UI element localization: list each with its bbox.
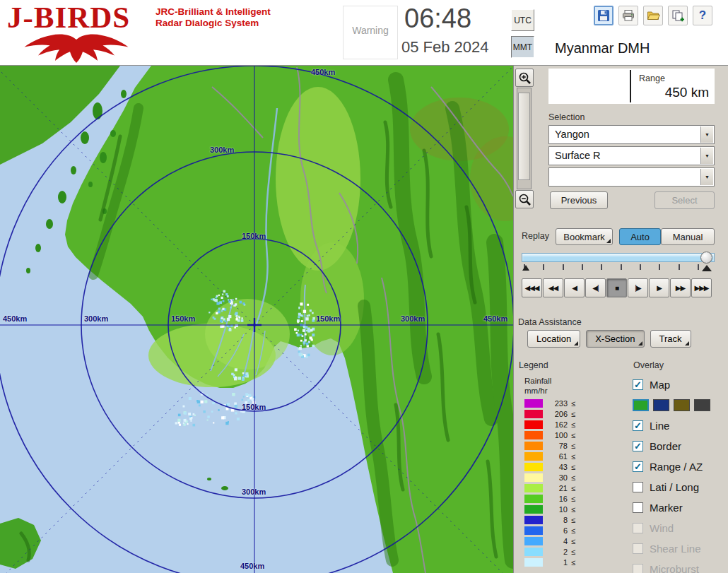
previous-button[interactable]: Previous [550,191,608,209]
playback-rewind-fast-button[interactable]: ◀◀◀ [522,278,542,297]
legend-value: 61 [549,452,568,461]
overlay-label: Wind [650,522,674,534]
timeline-ticks [524,264,698,271]
legend-color-swatch [524,484,543,492]
range-ring-label: 150km [316,314,340,323]
checkbox-map[interactable]: ✓ [633,379,643,390]
data-assistance-buttons: LocationX-SectionTrack [527,330,697,348]
mmt-button[interactable]: MMT [511,36,534,58]
timeline-track[interactable] [522,253,715,262]
chevron-down-icon[interactable]: ▼ [700,126,713,143]
playback-controls: ◀◀◀◀◀◀◀|■|▶▶▶▶▶▶▶ [522,278,712,297]
overlay-item-map[interactable]: ✓Map [633,374,726,395]
legend-entry: 10≤ [524,504,575,514]
checkbox-line[interactable]: ✓ [633,420,643,431]
site-dropdown[interactable]: Yangon ▼ [548,125,715,144]
x-section-button[interactable]: X-Section [586,330,644,348]
legend-scale: 233≤206≤162≤100≤78≤61≤43≤30≤21≤16≤10≤8≤6… [524,398,575,567]
map-svg [0,66,513,573]
chevron-down-icon[interactable]: ▼ [700,169,713,185]
legend-lte-symbol: ≤ [571,420,575,429]
radar-map[interactable]: 450km300km150km450km300km150km150km300km… [0,66,513,573]
overlay-item-marker[interactable]: Marker [633,497,726,518]
map-color-swatch-0[interactable] [633,399,649,411]
utc-button[interactable]: UTC [511,9,534,31]
legend-entry: 61≤ [524,451,575,461]
playback-step-back-button[interactable]: ◀| [585,278,606,297]
replay-label: Replay [522,231,549,241]
timeline-tick [640,264,641,270]
legend-lte-symbol: ≤ [571,516,575,524]
select-button[interactable]: Select [654,191,715,209]
playback-stop-button[interactable]: ■ [606,278,627,297]
timeline-tick [582,264,583,270]
legend-title: Legend [519,360,548,370]
track-button[interactable]: Track [650,330,691,348]
checkbox-shear-line [633,543,643,554]
auto-mode-button[interactable]: Auto [619,228,661,245]
logo-tagline: JRC-Brilliant & Intelligent Radar Dialog… [155,6,271,29]
zoom-out-button[interactable] [515,190,534,208]
legend-lte-symbol: ≤ [571,399,575,408]
save-button[interactable] [594,6,613,25]
zoom-in-button[interactable] [515,69,534,87]
legend-lte-symbol: ≤ [571,463,575,471]
product-dropdown[interactable]: Surface R ▼ [548,146,715,165]
open-folder-button[interactable] [643,6,663,25]
timeline-thumb[interactable] [700,252,712,264]
playback-rewind-button[interactable]: ◀◀ [543,278,563,297]
overlay-label: Shear Line [650,543,701,555]
legend-value: 4 [549,537,568,545]
station-title: Myanmar DMH [555,40,650,57]
checkbox-range-az[interactable]: ✓ [633,461,643,472]
legend-heading-unit: mm/hr [524,386,548,395]
bookmark-button[interactable]: Bookmark [556,228,613,245]
playback-play-button[interactable]: ▶ [649,278,669,297]
overlay-item-microburst: Microburst [633,559,726,573]
playback-play-back-button[interactable]: ◀ [564,278,585,297]
legend-color-swatch [524,526,543,535]
legend-entry: 30≤ [524,472,575,483]
range-ring-label: 450km [3,314,27,323]
playback-forward-button[interactable]: ▶▶ [670,278,691,297]
eagle-logo-icon [6,33,147,63]
range-ring-label: 300km [242,488,266,496]
overlay-item-lati-long[interactable]: Lati / Long [633,477,726,497]
option-dropdown[interactable]: ▼ [548,167,715,187]
legend-lte-symbol: ≤ [571,473,575,482]
map-color-swatch-3[interactable] [694,399,710,411]
overlay-item-range-az[interactable]: ✓Range / AZ [633,456,726,477]
overlay-label: Range / AZ [650,461,703,473]
zoom-out-icon [517,192,532,207]
overlay-label: Border [650,440,681,452]
overlay-label: Line [650,420,669,432]
help-button[interactable]: ? [693,6,712,25]
playback-forward-fast-button[interactable]: ▶▶▶ [691,278,712,297]
legend-value: 206 [549,410,568,418]
legend-value: 6 [549,526,568,535]
checkbox-border[interactable]: ✓ [633,441,643,451]
print-button[interactable] [618,6,638,25]
map-color-swatch-2[interactable] [674,399,690,411]
warning-indicator[interactable]: Warning [343,6,398,59]
legend-entry: 78≤ [524,440,575,451]
checkbox-marker[interactable] [633,502,643,513]
range-ring-label: 450km [240,562,264,570]
range-ring-label: 300km [401,314,425,323]
zoom-slider-track[interactable] [517,88,532,189]
location-button[interactable]: Location [527,330,580,348]
checkbox-lati-long[interactable] [633,482,643,492]
zoom-slider-thumb[interactable] [518,93,530,180]
manual-mode-button[interactable]: Manual [661,228,715,245]
timeline-tick [659,264,660,270]
map-color-swatch-1[interactable] [653,399,669,411]
replay-timeline[interactable] [522,251,715,275]
legend-color-swatch [524,399,543,408]
export-button[interactable] [668,6,688,25]
playback-step-forward-button[interactable]: |▶ [628,278,648,297]
overlay-label: Microburst [650,563,699,573]
legend-value: 162 [549,420,568,429]
chevron-down-icon[interactable]: ▼ [700,148,713,164]
overlay-item-line[interactable]: ✓Line [633,415,726,436]
overlay-item-border[interactable]: ✓Border [633,436,726,456]
